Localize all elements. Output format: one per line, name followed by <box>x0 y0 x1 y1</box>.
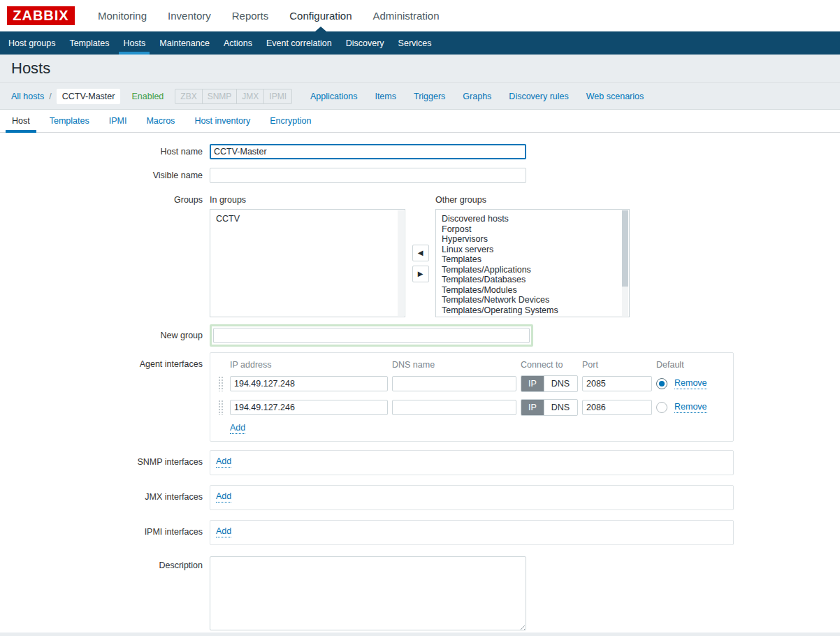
link-graphs[interactable]: Graphs <box>463 92 491 101</box>
nav-monitoring[interactable]: Monitoring <box>87 0 157 31</box>
add-snmp-interface-link[interactable]: Add <box>216 456 231 468</box>
tab-host-inventory[interactable]: Host inventory <box>188 110 256 132</box>
tab-macros[interactable]: Macros <box>140 110 181 132</box>
host-breadcrumb-bar: All hosts / CCTV-Master Enabled ZBX SNMP… <box>0 82 840 110</box>
interface-dns-input[interactable] <box>392 400 516 415</box>
link-web-scenarios[interactable]: Web scenarios <box>586 92 644 101</box>
drag-handle-icon[interactable] <box>218 400 224 415</box>
other-group-option[interactable]: Templates/Applications <box>442 265 616 275</box>
breadcrumb-separator: / <box>49 92 51 101</box>
visible-name-input[interactable] <box>210 168 526 183</box>
host-form-tabs: Host Templates IPMI Macros Host inventor… <box>0 110 840 133</box>
ipmi-interfaces-label: IPMI interfaces <box>0 520 210 537</box>
link-discovery-rules[interactable]: Discovery rules <box>509 92 568 101</box>
subnav-maintenance[interactable]: Maintenance <box>152 31 217 55</box>
other-group-option[interactable]: Templates <box>442 254 616 265</box>
in-groups-caption: In groups <box>210 195 405 205</box>
remove-interface-link[interactable]: Remove <box>674 378 707 389</box>
new-group-label: New group <box>0 324 210 340</box>
other-group-option[interactable]: Templates/Databases <box>442 275 616 285</box>
new-group-input[interactable] <box>213 328 530 343</box>
description-label: Description <box>0 556 210 570</box>
interface-dns-input[interactable] <box>392 376 516 391</box>
link-items[interactable]: Items <box>375 92 396 101</box>
in-groups-listbox[interactable]: CCTV <box>210 209 405 317</box>
add-agent-interface-link[interactable]: Add <box>230 423 245 434</box>
other-group-option[interactable]: Discovered hosts <box>442 214 616 224</box>
availability-badges: ZBX SNMP JMX IPMI <box>175 89 292 104</box>
breadcrumb-all-hosts-link[interactable]: All hosts <box>11 92 44 101</box>
connect-ip-button[interactable]: IP <box>521 376 544 391</box>
link-triggers[interactable]: Triggers <box>414 92 445 101</box>
interface-port-input[interactable] <box>582 376 652 391</box>
other-groups-listbox[interactable]: Discovered hosts Forpost Hypervisors Lin… <box>435 209 630 317</box>
host-name-input[interactable] <box>210 144 526 159</box>
host-entity-links: Applications Items Triggers Graphs Disco… <box>310 92 661 101</box>
subnav-discovery[interactable]: Discovery <box>339 31 391 55</box>
other-group-option[interactable]: Templates/Operating Systems <box>442 305 616 316</box>
bottom-edge <box>0 633 840 636</box>
move-left-button[interactable]: ◀ <box>412 245 429 261</box>
subnav-event-correlation[interactable]: Event correlation <box>259 31 339 55</box>
scrollbar-thumb[interactable] <box>622 210 628 287</box>
nav-reports[interactable]: Reports <box>222 0 280 31</box>
breadcrumb-current-host[interactable]: CCTV-Master <box>57 89 121 104</box>
col-port: Port <box>582 359 652 370</box>
subnav-hosts[interactable]: Hosts <box>116 31 152 55</box>
badge-zbx: ZBX <box>175 89 201 103</box>
tab-encryption[interactable]: Encryption <box>263 110 317 132</box>
default-interface-radio[interactable] <box>656 402 667 413</box>
agent-interfaces-box: IP address DNS name Connect to Port Defa… <box>210 352 734 442</box>
nav-inventory[interactable]: Inventory <box>157 0 222 31</box>
jmx-interfaces-label: JMX interfaces <box>0 485 210 502</box>
nav-administration[interactable]: Administration <box>363 0 450 31</box>
tab-host[interactable]: Host <box>6 110 36 132</box>
tab-ipmi[interactable]: IPMI <box>103 110 133 132</box>
badge-ipmi: IPMI <box>263 89 291 103</box>
active-nav-caret-icon <box>315 27 326 31</box>
other-group-option[interactable]: Linux servers <box>442 245 616 255</box>
connect-dns-button[interactable]: DNS <box>544 400 577 415</box>
zabbix-logo[interactable]: ZABBIX <box>7 6 75 25</box>
agent-interfaces-label: Agent interfaces <box>0 352 210 369</box>
connect-dns-button[interactable]: DNS <box>544 376 577 391</box>
snmp-interfaces-box: Add <box>210 450 734 475</box>
host-form: Host name Visible name Groups In groups … <box>0 133 840 633</box>
interface-ip-input[interactable] <box>230 376 388 391</box>
description-textarea[interactable] <box>210 556 526 630</box>
link-applications[interactable]: Applications <box>310 92 357 101</box>
nav-configuration[interactable]: Configuration <box>279 0 362 31</box>
subnav-actions[interactable]: Actions <box>217 31 259 55</box>
drag-handle-icon[interactable] <box>218 376 224 391</box>
visible-name-label: Visible name <box>0 168 210 180</box>
subnav-templates[interactable]: Templates <box>62 31 116 55</box>
default-interface-radio[interactable] <box>656 378 667 389</box>
interface-ip-input[interactable] <box>230 400 388 415</box>
host-status-enabled[interactable]: Enabled <box>131 92 164 101</box>
move-right-button[interactable]: ▶ <box>412 266 429 282</box>
ipmi-interfaces-box: Add <box>210 520 734 545</box>
other-group-option[interactable]: Hypervisors <box>442 234 616 245</box>
other-groups-scrollbar[interactable] <box>622 210 628 316</box>
add-ipmi-interface-link[interactable]: Add <box>216 526 231 537</box>
connect-ip-button[interactable]: IP <box>521 400 544 415</box>
other-group-option[interactable]: Templates/Modules <box>442 285 616 296</box>
remove-interface-link[interactable]: Remove <box>674 402 707 413</box>
agent-interface-row: IP DNS Remove <box>216 375 727 392</box>
snmp-interfaces-label: SNMP interfaces <box>0 450 210 467</box>
main-nav: Monitoring Inventory Reports Configurati… <box>87 0 450 31</box>
in-groups-scrollbar[interactable] <box>398 210 404 316</box>
agent-interfaces-header: IP address DNS name Connect to Port Defa… <box>216 359 727 370</box>
tab-templates[interactable]: Templates <box>43 110 96 132</box>
subnav-host-groups[interactable]: Host groups <box>1 31 62 55</box>
interface-port-input[interactable] <box>582 400 652 415</box>
jmx-interfaces-box: Add <box>210 485 734 510</box>
col-connect-to: Connect to <box>521 359 578 370</box>
other-group-option[interactable]: Forpost <box>442 224 616 235</box>
configuration-subnav: Host groups Templates Hosts Maintenance … <box>0 31 840 55</box>
in-group-option-cctv[interactable]: CCTV <box>216 214 392 224</box>
add-jmx-interface-link[interactable]: Add <box>216 491 231 503</box>
other-group-option[interactable]: Templates/Network Devices <box>442 295 616 305</box>
group-move-buttons: ◀ ▶ <box>405 209 435 317</box>
subnav-services[interactable]: Services <box>391 31 439 55</box>
